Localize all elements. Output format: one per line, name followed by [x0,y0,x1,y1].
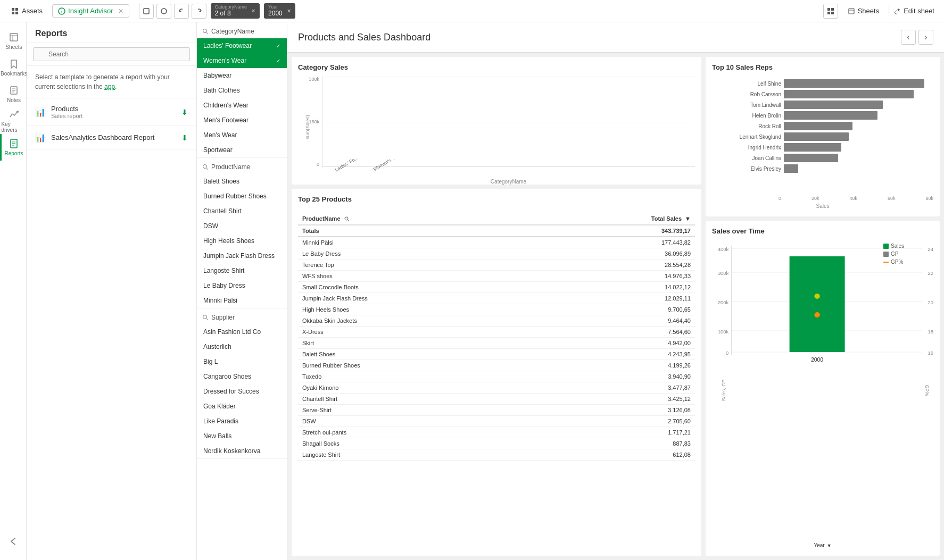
product-sales-cell: 4.199,26 [560,360,695,371]
col-product-name: ProductName [298,213,511,225]
year-dropdown-icon[interactable]: ▼ [827,543,832,548]
category-womens-wear[interactable]: Women's Wear ✓ [197,53,287,68]
table-row[interactable]: Terence Top28.554,28 [298,260,695,271]
toolbar-btn-3[interactable] [174,4,189,19]
selections-panel: CategoryName Ladies' Footwear ✓ Women's … [197,22,287,560]
main-layout: Sheets Bookmarks Notes Key drivers [0,22,944,560]
table-row[interactable]: Chantell Shirt3.425,12 [298,394,695,405]
table-row[interactable]: X-Dress7.564,60 [298,327,695,338]
supplier-asin[interactable]: Asin Fashion Ltd Co [197,324,287,339]
supplier-cangaroo[interactable]: Cangaroo Shoes [197,369,287,384]
table-row[interactable]: Minnki Pälsi177.443,82 [298,237,695,248]
bar-ladies: Ladies' Fo... [333,157,360,166]
supplier-dressed[interactable]: Dressed for Succes [197,384,287,399]
toolbar-btn-4[interactable] [192,4,206,19]
table-row[interactable]: Le Baby Dress36.096,89 [298,248,695,260]
report-products-download-icon[interactable]: ⬇ [181,108,188,116]
grid-layout-btn[interactable] [823,4,838,19]
table-row[interactable]: Small Crocodle Boots14.022,12 [298,282,695,293]
col-total-sales: Total Sales ▼ [511,213,695,225]
top25-table-container[interactable]: ProductName Total Sales ▼ [298,213,695,549]
table-row[interactable]: Oyaki Kimono3.477,87 [298,382,695,394]
supplier-new-balls[interactable]: New Balls [197,429,287,444]
chip1-close-icon[interactable]: ✕ [251,8,255,14]
category-bath-clothes[interactable]: Bath Clothes [197,83,287,98]
svg-rect-0 [12,8,14,11]
toolbar-btn-2[interactable] [156,4,171,19]
category-sportwear[interactable]: Sportwear [197,143,287,157]
nav-prev-btn[interactable]: ‹ [901,30,916,45]
category-mens-footwear[interactable]: Men's Footwear [197,113,287,128]
nav-next-btn[interactable]: › [918,30,933,45]
app-link[interactable]: app [104,83,115,90]
table-row[interactable]: WFS shoes14.976,33 [298,271,695,282]
toolbar-btn-1[interactable] [139,4,154,19]
category-childrens-wear[interactable]: Children's Wear [197,98,287,113]
table-row[interactable]: Burned Rubber Shoes4.199,26 [298,360,695,371]
table-row[interactable]: DSW2.705,60 [298,416,695,427]
sort-icon[interactable]: ▼ [685,215,691,222]
category-babywear[interactable]: Babywear [197,68,287,83]
product-name-cell: Langoste Shirt [298,449,560,461]
product-chantell-shirt[interactable]: Chantell Shirt [197,204,287,219]
sidebar-item-notes[interactable]: Notes [0,81,27,107]
sidebar-item-bookmarks[interactable]: Bookmarks [0,54,27,81]
rep-bar [784,132,849,141]
table-row[interactable]: Serve-Shirt3.126,08 [298,405,695,416]
sidebar-item-sheets[interactable]: Sheets [0,28,27,54]
product-high-heels-shoes[interactable]: High Heels Shoes [197,233,287,248]
table-row[interactable]: Okkaba Skin Jackets9.464,40 [298,315,695,327]
supplier-like-paradis[interactable]: Like Paradis [197,414,287,429]
report-item-products[interactable]: 📊 Products Sales report ⬇ [27,98,196,126]
product-sales-cell: 2.705,60 [560,416,695,427]
report-item-salesanalytics[interactable]: 📊 SalesAnalytics Dashboard Report ⬇ [27,126,196,149]
chip-categoryname[interactable]: CategoryName 2 of 8 ✕ [211,3,260,19]
product-burned-rubber-shoes[interactable]: Burned Rubber Shoes [197,189,287,204]
report-salesanalytics-download-icon[interactable]: ⬇ [181,133,188,142]
assets-button[interactable]: Assets [5,5,48,18]
report-products-icon: 📊 [35,107,46,117]
product-name-cell: Chantell Shirt [298,394,560,405]
product-le-baby-dress[interactable]: Le Baby Dress [197,278,287,293]
table-row[interactable]: Stretch oui-pants1.717,21 [298,427,695,438]
product-sales-cell: 9.464,40 [560,315,695,327]
rep-bar [784,154,838,162]
search-col-icon[interactable] [344,216,350,222]
edit-sheet-button[interactable]: Edit sheet [889,5,939,17]
supplier-austerlich[interactable]: Austerlich [197,339,287,354]
tab-close-icon[interactable]: ✕ [118,7,123,15]
chip-year[interactable]: Year 2000 ✕ [264,3,295,19]
product-minnki-palsi[interactable]: Minnki Pälsi [197,293,287,308]
top25-thead: ProductName Total Sales ▼ [298,213,695,225]
table-row[interactable]: Skirt4.942,00 [298,338,695,349]
y-right-24: 24.0% [928,247,933,252]
supplier-nordik[interactable]: Nordik Koskenkorva [197,444,287,458]
chip2-close-icon[interactable]: ✕ [287,8,291,14]
product-dsw[interactable]: DSW [197,219,287,233]
rep-name: Tom Lindwall [717,102,781,108]
search-input[interactable] [33,47,190,61]
table-row[interactable]: Jumpin Jack Flash Dress12.029,11 [298,293,695,304]
supplier-goa[interactable]: Goa Kläder [197,399,287,414]
category-ladies-footwear[interactable]: Ladies' Footwear ✓ [197,38,287,53]
table-row[interactable]: Balett Shoes4.243,95 [298,349,695,360]
product-langoste-shirt[interactable]: Langoste Shirt [197,263,287,278]
sidebar-item-reports[interactable]: Reports [0,134,27,161]
table-row[interactable]: High Heels Shoes9.700,65 [298,304,695,315]
top25-header: Top 25 Products [298,195,695,208]
product-jumpin-jack[interactable]: Jumpin Jack Flash Dress [197,248,287,263]
product-balett-shoes[interactable]: Balett Shoes [197,174,287,189]
sheets-button[interactable]: Sheets [843,5,883,17]
supplier-big-l[interactable]: Big L [197,354,287,369]
sheets-icon [848,7,855,15]
sidebar-collapse-btn[interactable] [0,528,27,555]
category-mens-wear[interactable]: Men's Wear [197,128,287,143]
table-row[interactable]: Shagall Socks887,83 [298,438,695,449]
sidebar-item-key-drivers[interactable]: Key drivers [0,107,27,134]
table-row[interactable]: Tuxedo3.940,90 [298,371,695,382]
table-row[interactable]: Langoste Shirt612,08 [298,449,695,461]
gp-dot-2 [814,294,819,299]
insight-advisor-tab[interactable]: i Insight Advisor ✕ [52,4,129,18]
svg-rect-14 [849,9,854,14]
topbar-right: Sheets Edit sheet [823,4,939,19]
